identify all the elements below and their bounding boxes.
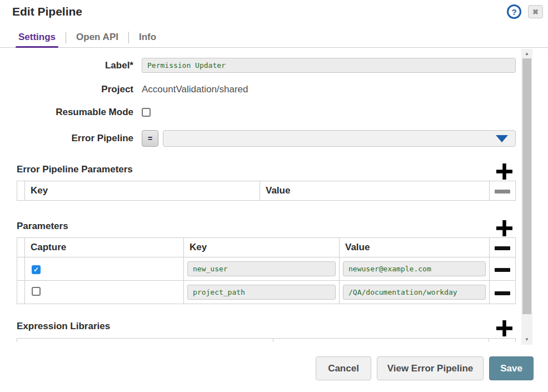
key-cell	[184, 257, 340, 281]
column-header-key: Key	[25, 181, 260, 201]
project-value: AccountValidation/shared	[142, 84, 248, 95]
scrollbar-thumb[interactable]	[522, 58, 531, 314]
error-pipeline-parameters-table: Key Value	[17, 181, 516, 201]
capture-cell	[25, 257, 184, 281]
view-error-pipeline-button[interactable]: View Error Pipeline	[377, 356, 484, 380]
error-pipeline-dropdown[interactable]	[163, 130, 516, 147]
resumable-mode-checkbox[interactable]	[142, 108, 151, 117]
remove-row-icon[interactable]	[490, 238, 516, 257]
parameters-table: Capture Key Value	[17, 237, 516, 304]
tab-bar: Settings Open API Info	[0, 31, 548, 48]
column-header-value: Value	[340, 238, 490, 257]
parameters-header: Parameters	[17, 215, 516, 237]
expression-libraries-header: Expression Libraries	[17, 315, 516, 338]
row-handle-cell[interactable]	[17, 281, 25, 304]
parameters-title: Parameters	[17, 221, 68, 232]
remove-row-icon[interactable]	[490, 181, 516, 201]
column-header-capture: Capture	[25, 238, 184, 257]
expression-toggle-button[interactable]: =	[142, 130, 158, 147]
vertical-scrollbar[interactable]: ▲ ▼	[521, 49, 532, 345]
settings-panel: Label* Project AccountValidation/shared …	[17, 49, 516, 345]
table-header-row: Key Value	[17, 181, 516, 201]
scrollbar-down-arrow-icon[interactable]: ▼	[521, 335, 532, 344]
table-column-divider	[489, 339, 489, 342]
tab-divider	[128, 32, 129, 43]
row-handle-cell[interactable]	[17, 257, 25, 281]
tab-open-api[interactable]: Open API	[74, 31, 120, 43]
expression-libraries-table	[17, 338, 516, 342]
capture-checkbox[interactable]	[32, 265, 41, 274]
add-error-pipeline-parameter-icon[interactable]	[496, 162, 513, 181]
parameter-value-input[interactable]	[343, 261, 486, 276]
error-pipeline-label: Error Pipeline	[17, 133, 133, 144]
key-cell	[184, 281, 340, 304]
dialog-title: Edit Pipeline	[12, 5, 82, 18]
add-parameter-icon[interactable]	[496, 219, 513, 237]
tab-info[interactable]: Info	[137, 31, 158, 43]
label-row: Label*	[17, 58, 516, 73]
parameter-row	[17, 281, 516, 304]
error-pipeline-row: Error Pipeline =	[17, 130, 516, 147]
add-expression-library-icon[interactable]	[496, 319, 513, 338]
label-input[interactable]	[142, 58, 516, 73]
dialog-header: Edit Pipeline ? ✖	[0, 0, 548, 28]
project-row: Project AccountValidation/shared	[17, 83, 516, 96]
error-pipeline-parameters-header: Error Pipeline Parameters	[17, 158, 516, 181]
column-header-key: Key	[184, 238, 340, 257]
resumable-mode-row: Resumable Mode	[17, 106, 516, 118]
parameter-value-input[interactable]	[343, 285, 486, 300]
dialog-footer: Cancel View Error Pipeline Save	[316, 356, 534, 380]
table-header-row: Capture Key Value	[17, 238, 516, 257]
remove-row-icon[interactable]	[490, 281, 516, 304]
label-field-label: Label*	[17, 60, 133, 71]
project-field-label: Project	[17, 84, 133, 95]
tab-divider	[66, 32, 66, 43]
expression-libraries-title: Expression Libraries	[17, 321, 110, 332]
header-actions: ? ✖	[507, 4, 543, 19]
remove-row-icon[interactable]	[490, 257, 516, 281]
column-header-value: Value	[260, 181, 490, 201]
parameter-key-input[interactable]	[187, 285, 336, 300]
value-cell	[340, 281, 490, 304]
help-icon[interactable]: ?	[507, 4, 521, 19]
error-pipeline-parameters-title: Error Pipeline Parameters	[17, 164, 133, 175]
capture-checkbox[interactable]	[32, 287, 41, 296]
edit-pipeline-dialog: Edit Pipeline ? ✖ Settings Open API Info…	[0, 0, 548, 392]
parameter-key-input[interactable]	[187, 261, 336, 276]
parameter-row	[17, 257, 516, 281]
save-button[interactable]: Save	[489, 356, 534, 380]
tab-settings[interactable]: Settings	[17, 31, 57, 43]
scrollbar-up-arrow-icon[interactable]: ▲	[521, 49, 532, 58]
value-cell	[340, 257, 490, 281]
resumable-mode-label: Resumable Mode	[17, 107, 133, 118]
chevron-down-icon	[496, 135, 508, 142]
row-handle-cell	[17, 181, 25, 201]
close-icon[interactable]: ✖	[528, 5, 543, 18]
cancel-button[interactable]: Cancel	[316, 356, 371, 380]
table-column-divider	[273, 339, 273, 342]
capture-cell	[25, 281, 184, 304]
row-handle-cell	[17, 238, 25, 257]
